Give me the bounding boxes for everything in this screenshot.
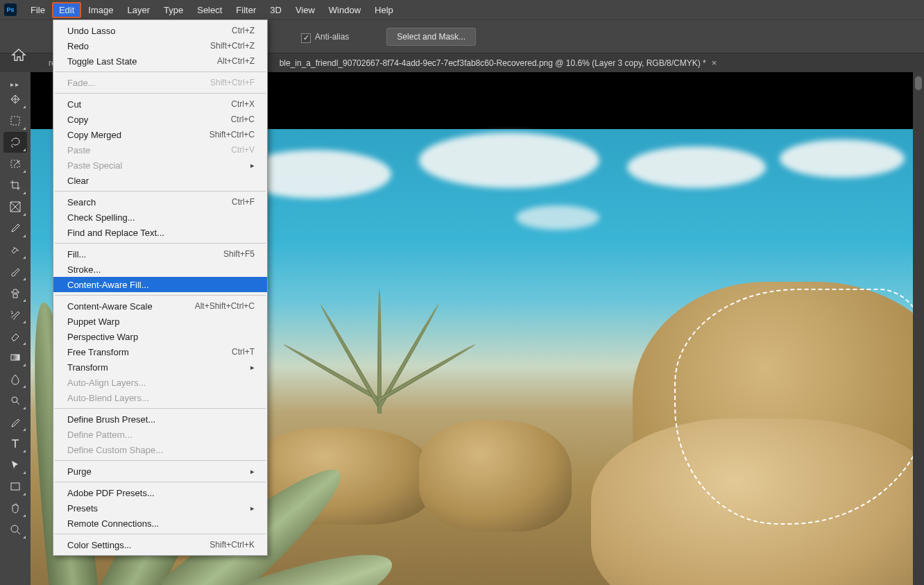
tool-blur[interactable] xyxy=(3,368,27,389)
tool-crop[interactable] xyxy=(3,175,27,196)
menu-item-window[interactable]: Window xyxy=(322,2,368,18)
menu-separator xyxy=(55,295,266,296)
tool-move[interactable] xyxy=(3,89,27,110)
tool-marquee[interactable] xyxy=(3,110,27,131)
menu-item-image[interactable]: Image xyxy=(81,2,120,18)
home-button[interactable] xyxy=(3,42,35,67)
edit-menu-dropdown: Undo LassoCtrl+ZRedoShift+Ctrl+ZToggle L… xyxy=(53,19,268,556)
menu-separator xyxy=(55,408,266,409)
anti-alias-label: Anti-alias xyxy=(315,32,349,42)
menu-item-color-settings[interactable]: Color Settings...Shift+Ctrl+K xyxy=(53,537,267,552)
tool-zoom[interactable] xyxy=(3,519,27,540)
menu-separator xyxy=(55,243,266,244)
menu-item-label: Stroke... xyxy=(67,264,101,275)
menu-item-shortcut: Ctrl+T xyxy=(232,347,255,357)
tool-history-brush[interactable] xyxy=(3,304,27,325)
menu-item-label: Fade... xyxy=(67,78,95,88)
menu-separator xyxy=(55,71,266,72)
menu-item-copy-merged[interactable]: Copy MergedShift+Ctrl+C xyxy=(53,127,267,142)
tool-gradient[interactable] xyxy=(3,347,27,368)
menu-item-type[interactable]: Type xyxy=(157,2,190,18)
tool-path-select[interactable] xyxy=(3,455,27,475)
menu-item-shortcut: Shift+Ctrl+F xyxy=(210,78,255,87)
menu-item-file[interactable]: File xyxy=(24,2,52,18)
menu-item-undo-lasso[interactable]: Undo LassoCtrl+Z xyxy=(53,23,267,38)
menu-item-presets[interactable]: Presets xyxy=(53,500,267,516)
menu-separator xyxy=(55,460,266,461)
menu-item-label: Paste xyxy=(67,145,90,155)
menu-item-label: Paste Special xyxy=(67,160,123,171)
menu-item-check-spelling[interactable]: Check Spelling... xyxy=(53,210,267,225)
menu-item-free-transform[interactable]: Free TransformCtrl+T xyxy=(53,344,267,359)
tool-hand[interactable] xyxy=(3,498,27,518)
tool-rectangle[interactable] xyxy=(3,476,27,497)
menu-item-label: Content-Aware Fill... xyxy=(67,280,149,290)
menu-item-fade: Fade...Shift+Ctrl+F xyxy=(53,75,267,90)
menu-item-stroke[interactable]: Stroke... xyxy=(53,262,267,277)
tool-type[interactable] xyxy=(3,433,27,454)
tool-brush[interactable] xyxy=(3,261,27,282)
menu-item-purge[interactable]: Purge xyxy=(53,464,267,479)
tool-lasso[interactable] xyxy=(3,132,27,153)
menu-item-label: Transform xyxy=(67,362,108,373)
scrollbar-thumb[interactable] xyxy=(915,76,922,90)
menu-item-content-aware-fill[interactable]: Content-Aware Fill... xyxy=(53,277,267,292)
toolbar-expand-icon[interactable]: ▸▸ xyxy=(9,80,22,88)
tab-title: ble_in_a_friendl_90702667-8f74-4add-9ec7… xyxy=(280,58,706,68)
menu-item-label: Copy Merged xyxy=(67,130,121,140)
close-icon[interactable]: × xyxy=(712,58,717,68)
menu-item-edit[interactable]: Edit xyxy=(52,2,81,18)
menu-item-fill[interactable]: Fill...Shift+F5 xyxy=(53,246,267,262)
menu-item-toggle-last-state[interactable]: Toggle Last StateAlt+Ctrl+Z xyxy=(53,53,267,69)
menu-item-select[interactable]: Select xyxy=(190,2,229,18)
menu-item-shortcut: Ctrl+V xyxy=(231,145,255,155)
menu-item-layer[interactable]: Layer xyxy=(121,2,157,18)
menu-item-define-custom-shape: Define Custom Shape... xyxy=(53,442,267,457)
tool-dodge[interactable] xyxy=(3,390,27,411)
menu-item-shortcut: Alt+Ctrl+Z xyxy=(217,56,255,66)
menu-item-auto-align-layers: Auto-Align Layers... xyxy=(53,375,267,390)
tool-frame[interactable] xyxy=(3,196,27,217)
menu-item-label: Color Settings... xyxy=(67,540,132,550)
menu-item-content-aware-scale[interactable]: Content-Aware ScaleAlt+Shift+Ctrl+C xyxy=(53,298,267,314)
menu-item-search[interactable]: SearchCtrl+F xyxy=(53,194,267,210)
tool-eraser[interactable] xyxy=(3,325,27,346)
menu-item-copy[interactable]: CopyCtrl+C xyxy=(53,112,267,127)
menu-item-label: Define Brush Preset... xyxy=(67,414,155,425)
menu-item-shortcut: Shift+Ctrl+Z xyxy=(210,41,255,51)
menu-item-3d[interactable]: 3D xyxy=(263,2,289,18)
selection-marquee xyxy=(674,289,924,525)
menu-item-help[interactable]: Help xyxy=(368,2,400,18)
app-logo: Ps xyxy=(4,3,17,16)
menu-item-label: Fill... xyxy=(67,249,86,260)
menu-item-cut[interactable]: CutCtrl+X xyxy=(53,96,267,112)
menu-item-filter[interactable]: Filter xyxy=(229,2,263,18)
anti-alias-checkbox[interactable]: Anti-alias xyxy=(301,32,349,42)
tool-clone[interactable] xyxy=(3,282,27,303)
menu-item-transform[interactable]: Transform xyxy=(53,359,267,375)
menu-item-puppet-warp[interactable]: Puppet Warp xyxy=(53,314,267,329)
menu-item-redo[interactable]: RedoShift+Ctrl+Z xyxy=(53,38,267,53)
menu-item-find-and-replace-text[interactable]: Find and Replace Text... xyxy=(53,225,267,240)
tool-eyedropper[interactable] xyxy=(3,218,27,239)
menu-item-shortcut: Ctrl+F xyxy=(232,197,255,207)
menu-item-perspective-warp[interactable]: Perspective Warp xyxy=(53,329,267,344)
menu-item-label: Presets xyxy=(67,503,98,514)
menu-item-label: Perspective Warp xyxy=(67,332,138,342)
menu-item-view[interactable]: View xyxy=(289,2,322,18)
menu-separator xyxy=(55,482,266,482)
select-and-mask-button[interactable]: Select and Mask... xyxy=(386,28,476,46)
menu-item-label: Search xyxy=(67,197,96,207)
tool-wand[interactable] xyxy=(3,153,27,174)
menu-item-adobe-pdf-presets[interactable]: Adobe PDF Presets... xyxy=(53,485,267,500)
menu-item-label: Copy xyxy=(67,115,88,125)
tool-healing[interactable] xyxy=(3,239,27,260)
menu-item-label: Redo xyxy=(67,41,89,51)
menu-item-shortcut: Ctrl+C xyxy=(231,115,255,124)
tool-pen[interactable] xyxy=(3,412,27,432)
menu-item-remote-connections[interactable]: Remote Connections... xyxy=(53,516,267,531)
menu-item-clear[interactable]: Clear xyxy=(53,173,267,188)
menu-item-define-brush-preset[interactable]: Define Brush Preset... xyxy=(53,412,267,427)
menu-item-label: Find and Replace Text... xyxy=(67,228,164,238)
vertical-scrollbar[interactable] xyxy=(913,72,924,585)
